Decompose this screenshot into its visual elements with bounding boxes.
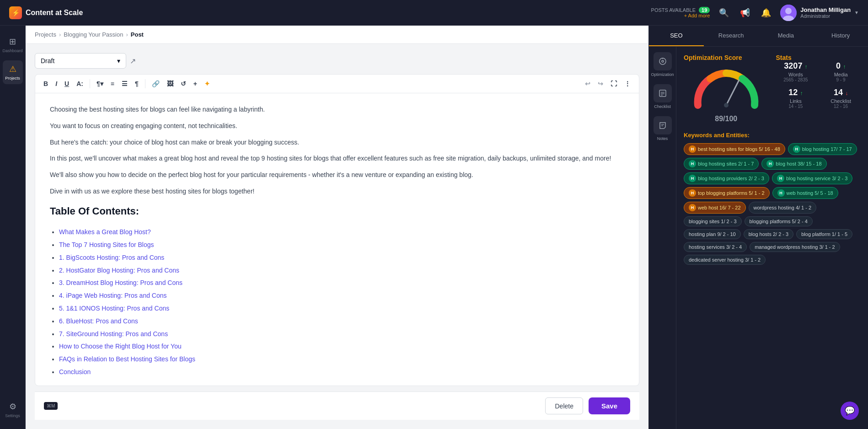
ai-button[interactable]: ✦	[202, 78, 213, 89]
breadcrumb-blog[interactable]: Blogging Your Passion	[64, 31, 123, 38]
stat-words-range: 2565 - 2835	[776, 77, 816, 82]
bell-icon[interactable]: 🔔	[759, 6, 773, 20]
kw-text-17: managed wordpress hosting 3/ 1 - 2	[755, 244, 835, 250]
toc-link-12[interactable]: Conclusion	[59, 368, 91, 375]
keyword-tag-17[interactable]: managed wordpress hosting 3/ 1 - 2	[750, 242, 840, 252]
posts-available: POSTS AVAILABLE 19 + Add more	[651, 7, 710, 18]
keyword-tag-6[interactable]: H blog hosting service 3/ 2 - 3	[772, 172, 853, 184]
toc-link-2[interactable]: The Top 7 Hosting Sites for Blogs	[59, 241, 154, 248]
link-button[interactable]: 🔗	[149, 78, 162, 89]
sidebar-label-dashboard: Dashboard	[2, 48, 22, 53]
keyword-tags: H best hosting sites for blogs 5/ 16 - 4…	[684, 143, 861, 265]
toc-link-9[interactable]: 7. SiteGround Hosting: Pros and Cons	[59, 330, 168, 338]
toc-item-6: 4. iPage Web Hosting: Pros and Cons	[59, 290, 624, 301]
redo-toolbar-button[interactable]: ↪	[595, 78, 606, 89]
add-more-link[interactable]: + Add more	[684, 13, 710, 18]
fullscreen-button[interactable]: ⛶	[608, 78, 620, 89]
undo-button[interactable]: ↩	[582, 78, 593, 89]
sidebar-item-settings[interactable]: ⚙ Settings	[3, 398, 23, 422]
toc-item-1: What Makes a Great Blog Host?	[59, 227, 624, 238]
keyword-tag-16[interactable]: hosting services 3/ 2 - 4	[684, 242, 747, 252]
keyword-tag-7[interactable]: H top blogging platforms 5/ 1 - 2	[684, 187, 770, 199]
stat-media-value: 0 ↑	[821, 61, 861, 71]
keyword-tag-9[interactable]: H web host 16/ 7 - 22	[684, 202, 746, 214]
optimization-icon-item[interactable]: Optimization	[651, 52, 674, 77]
right-panel-tabs: SEO Research Media History	[649, 26, 868, 47]
status-dropdown[interactable]: Draft ▾	[35, 53, 126, 69]
sidebar-item-projects[interactable]: ⚠ Projects	[3, 60, 23, 84]
app-logo[interactable]: ⚡ Content at Scale	[9, 6, 83, 19]
toc-link-6[interactable]: 4. iPage Web Hosting: Pros and Cons	[59, 292, 167, 299]
megaphone-icon[interactable]: 📢	[738, 6, 752, 20]
score-value: 89	[715, 115, 723, 123]
chevron-down-icon: ▾	[117, 57, 120, 64]
chat-icon[interactable]: 💬	[841, 402, 859, 420]
tab-seo[interactable]: SEO	[649, 26, 704, 46]
stat-checklist-value: 14 ↓	[821, 88, 861, 97]
stat-media: 0 ↑ Media 9 - 9	[821, 61, 861, 82]
keyword-tag-12[interactable]: blogging platforms 5/ 2 - 4	[745, 216, 813, 226]
toc-link-7[interactable]: 5. 1&1 IONOS Hosting: Pros and Cons	[59, 305, 169, 312]
keyword-tag-3[interactable]: H blog hosting sites 2/ 1 - 7	[684, 158, 759, 170]
keyword-tag-18[interactable]: dedicated server hosting 3/ 1 - 2	[684, 255, 766, 265]
keyword-tag-1[interactable]: H best hosting sites for blogs 5/ 16 - 4…	[684, 143, 785, 155]
keyword-tag-5[interactable]: H blog hosting providers 2/ 2 - 3	[684, 172, 769, 184]
keyword-tag-14[interactable]: blog hosts 2/ 2 - 3	[744, 229, 793, 239]
toc-link-1[interactable]: What Makes a Great Blog Host?	[59, 228, 151, 236]
paragraph-1: Choosing the best hosting sites for blog…	[50, 104, 624, 115]
toc-link-11[interactable]: FAQs in Relation to Best Hosting Sites f…	[59, 355, 195, 363]
tab-media[interactable]: Media	[759, 26, 814, 46]
toc-link-4[interactable]: 2. HostGator Blog Hosting: Pros and Cons	[59, 267, 179, 274]
more-options-button[interactable]: ⋮	[622, 78, 633, 89]
chevron-down-icon: ▼	[854, 10, 859, 15]
keyword-tag-15[interactable]: blog platform 1/ 1 - 5	[796, 229, 852, 239]
score-total: /100	[723, 115, 737, 123]
svg-line-12	[726, 80, 739, 105]
breadcrumb-projects[interactable]: Projects	[35, 31, 56, 38]
stat-media-label: Media	[821, 72, 861, 77]
italic-button[interactable]: I	[53, 78, 60, 89]
toc-link-5[interactable]: 3. DreamHost Blog Hosting: Pros and Cons	[59, 279, 182, 286]
keyword-tag-10[interactable]: wordpress hosting 4/ 1 - 2	[749, 202, 817, 214]
optimization-icon	[654, 52, 672, 70]
redo-button[interactable]: ↺	[178, 78, 189, 89]
underline-button[interactable]: U	[62, 78, 72, 89]
editor-toolbar: B I U A: ¶▾ ≡ ☰ ¶ 🔗 🖼 ↺ + ✦ ↩	[35, 75, 639, 93]
toc-link-8[interactable]: 6. BlueHost: Pros and Cons	[59, 317, 138, 325]
notes-icon-item[interactable]: Notes	[654, 116, 672, 141]
keyword-tag-4[interactable]: H blog host 38/ 15 - 18	[761, 158, 826, 170]
svg-point-1	[785, 8, 792, 14]
editor-body[interactable]: Choosing the best hosting sites for blog…	[35, 93, 639, 386]
align-center-button[interactable]: ☰	[119, 78, 130, 89]
search-icon[interactable]: 🔍	[717, 6, 731, 20]
main-layout: ⊞ Dashboard ⚠ Projects ⚙ Settings Projec…	[0, 26, 868, 429]
stat-words-value: 3207 ↑	[776, 61, 816, 71]
font-size-button[interactable]: A:	[74, 78, 86, 89]
image-button[interactable]: 🖼	[164, 78, 176, 89]
align-right-button[interactable]: ¶	[132, 78, 141, 89]
external-link-icon[interactable]: ↗	[130, 57, 136, 65]
keyword-tag-13[interactable]: hosting plan 9/ 2 - 10	[684, 229, 741, 239]
toc-link-3[interactable]: 1. BigScoots Hosting: Pros and Cons	[59, 254, 164, 261]
tab-research[interactable]: Research	[704, 26, 759, 46]
keyword-tag-2[interactable]: H blog hosting 17/ 7 - 17	[788, 143, 857, 155]
breadcrumb-sep2: ›	[126, 31, 128, 38]
kw-text-15: blog platform 1/ 1 - 5	[801, 231, 847, 237]
toc-link-10[interactable]: How to Choose the Right Blog Host for Yo…	[59, 343, 182, 350]
checklist-icon-label: Checklist	[654, 104, 671, 109]
toc-item-11: FAQs in Relation to Best Hosting Sites f…	[59, 354, 624, 365]
tab-history[interactable]: History	[813, 26, 868, 46]
kw-text-7: top blogging platforms 5/ 1 - 2	[698, 190, 765, 196]
bold-button[interactable]: B	[41, 78, 51, 89]
sidebar-item-dashboard[interactable]: ⊞ Dashboard	[3, 33, 23, 57]
delete-button[interactable]: Delete	[545, 397, 583, 414]
keyword-tag-8[interactable]: H web hosting 5/ 5 - 18	[772, 187, 838, 199]
kw-text-3: blog hosting sites 2/ 1 - 7	[698, 161, 754, 166]
paragraph-button[interactable]: ¶▾	[94, 78, 106, 89]
more-button[interactable]: +	[191, 78, 200, 89]
save-button[interactable]: Save	[589, 397, 630, 414]
keyword-tag-11[interactable]: blogging sites 1/ 2 - 3	[684, 216, 742, 226]
checklist-icon-item[interactable]: Checklist	[654, 84, 672, 109]
align-left-button[interactable]: ≡	[108, 78, 117, 89]
user-profile[interactable]: Jonathan Milligan Administrator ▼	[780, 5, 859, 21]
